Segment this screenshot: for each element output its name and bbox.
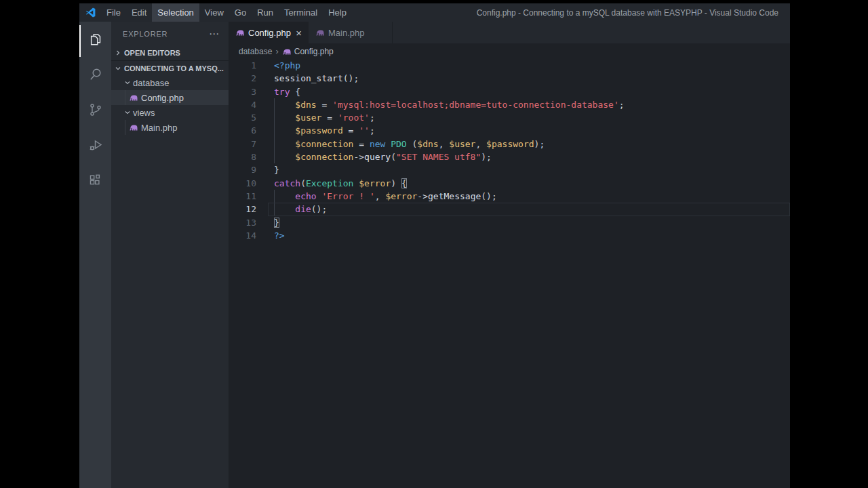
code-line-9[interactable]: 9} bbox=[229, 163, 790, 176]
breadcrumb-file[interactable]: Config.php bbox=[294, 47, 334, 56]
menu-view[interactable]: View bbox=[199, 3, 229, 22]
indent-guide bbox=[125, 90, 125, 105]
breadcrumb-separator: › bbox=[275, 46, 278, 56]
sidebar-title: EXPLORER bbox=[123, 30, 167, 38]
active-view-indicator bbox=[79, 25, 81, 57]
tree-item-database[interactable]: database bbox=[111, 75, 229, 90]
tree-item-config-php[interactable]: Config.php bbox=[111, 90, 229, 105]
line-number: 11 bbox=[229, 190, 268, 203]
section-connecting-to-a-mysq-[interactable]: CONNECTING TO A MYSQ... bbox=[111, 60, 229, 75]
code-editor[interactable]: 1<?php2session_start();3try {4 $dns = 'm… bbox=[229, 59, 790, 488]
tree-item-main-php[interactable]: Main.php bbox=[111, 120, 229, 135]
code-line-3[interactable]: 3try { bbox=[229, 85, 790, 98]
sidebar-header: EXPLORER ⋯ bbox=[111, 22, 229, 45]
code-line-4[interactable]: 4 $dns = 'mysql:host=localhost;dbname=tu… bbox=[229, 98, 790, 111]
line-content: session_start(); bbox=[268, 72, 790, 85]
line-number: 10 bbox=[229, 177, 268, 190]
indent-guide bbox=[274, 124, 275, 137]
php-icon bbox=[315, 28, 325, 37]
menu-run[interactable]: Run bbox=[252, 3, 279, 22]
vscode-logo-icon bbox=[85, 7, 96, 18]
php-icon bbox=[129, 123, 138, 132]
menu-help[interactable]: Help bbox=[323, 3, 352, 22]
menu-go[interactable]: Go bbox=[229, 3, 252, 22]
code-line-8[interactable]: 8 $connection->query("SET NAMES utf8"); bbox=[229, 150, 790, 163]
indent-guide bbox=[274, 150, 275, 163]
code-line-6[interactable]: 6 $password = ''; bbox=[229, 124, 790, 137]
line-number: 9 bbox=[229, 163, 268, 176]
line-content: $user = 'root'; bbox=[268, 111, 790, 124]
vscode-window: FileEditSelectionViewGoRunTerminalHelp C… bbox=[79, 3, 790, 488]
tab-bar: Config.php×Main.php bbox=[229, 22, 790, 43]
breadcrumb: database › Config.php bbox=[229, 43, 790, 59]
line-number: 4 bbox=[229, 98, 268, 111]
search-icon[interactable] bbox=[79, 57, 111, 92]
php-icon bbox=[282, 47, 292, 56]
line-content: $password = ''; bbox=[268, 124, 790, 137]
line-content: die(); bbox=[268, 203, 790, 216]
tab-main-php[interactable]: Main.php bbox=[309, 22, 393, 43]
line-content: ?> bbox=[268, 229, 790, 242]
chevron-down-icon bbox=[124, 109, 131, 116]
indent-guide bbox=[125, 120, 125, 135]
menu-selection[interactable]: Selection bbox=[152, 3, 199, 22]
line-number: 7 bbox=[229, 138, 268, 150]
tree-item-views[interactable]: views bbox=[111, 105, 229, 120]
chevron-down-icon bbox=[115, 65, 121, 72]
line-number: 5 bbox=[229, 111, 268, 124]
line-content: $dns = 'mysql:host=localhost;dbname=tuto… bbox=[268, 98, 790, 111]
code-line-7[interactable]: 7 $connection = new PDO ($dns, $user, $p… bbox=[229, 138, 790, 150]
menu-edit[interactable]: Edit bbox=[126, 3, 152, 22]
line-number: 1 bbox=[229, 59, 268, 72]
line-content: <?php bbox=[268, 59, 790, 72]
indent-guide bbox=[274, 98, 275, 111]
code-line-5[interactable]: 5 $user = 'root'; bbox=[229, 111, 790, 124]
line-number: 6 bbox=[229, 124, 268, 137]
line-number: 14 bbox=[229, 229, 268, 242]
code-line-1[interactable]: 1<?php bbox=[229, 59, 790, 72]
editor-group: Config.php×Main.php database › Config.ph… bbox=[229, 22, 790, 488]
chevron-right-icon bbox=[115, 49, 121, 56]
php-icon bbox=[129, 93, 138, 102]
menu-terminal[interactable]: Terminal bbox=[279, 3, 323, 22]
workbench: EXPLORER ⋯ OPEN EDITORSCONNECTING TO A M… bbox=[79, 22, 790, 488]
indent-guide bbox=[274, 190, 275, 203]
line-content: try { bbox=[268, 85, 790, 98]
line-content: $connection = new PDO ($dns, $user, $pas… bbox=[268, 138, 790, 150]
line-content: catch(Exception $error) { bbox=[268, 177, 790, 190]
line-content: $connection->query("SET NAMES utf8"); bbox=[268, 150, 790, 163]
sidebar-sections: OPEN EDITORSCONNECTING TO A MYSQ...datab… bbox=[111, 45, 229, 135]
section-open-editors[interactable]: OPEN EDITORS bbox=[111, 45, 229, 60]
code-line-14[interactable]: 14?> bbox=[229, 229, 790, 242]
code-line-12[interactable]: 12 die(); bbox=[229, 203, 790, 216]
files-icon[interactable] bbox=[79, 22, 111, 57]
line-number: 12 bbox=[229, 203, 268, 216]
indent-guide bbox=[274, 138, 275, 150]
code-line-13[interactable]: 13} bbox=[229, 216, 790, 229]
close-icon[interactable]: × bbox=[296, 28, 302, 38]
more-actions-icon[interactable]: ⋯ bbox=[209, 28, 220, 40]
code-line-2[interactable]: 2session_start(); bbox=[229, 72, 790, 85]
breadcrumb-folder[interactable]: database bbox=[239, 47, 272, 56]
chevron-down-icon bbox=[124, 79, 131, 86]
line-content: } bbox=[268, 216, 790, 229]
line-content: } bbox=[268, 163, 790, 176]
source-control-icon[interactable] bbox=[79, 92, 111, 127]
menu-file[interactable]: File bbox=[101, 3, 126, 22]
run-debug-icon[interactable] bbox=[79, 127, 111, 163]
php-icon bbox=[235, 28, 245, 37]
window-title: Config.php - Connecting to a mySQL datab… bbox=[477, 3, 778, 22]
code-line-10[interactable]: 10catch(Exception $error) { bbox=[229, 177, 790, 190]
line-number: 3 bbox=[229, 85, 268, 98]
explorer-sidebar: EXPLORER ⋯ OPEN EDITORSCONNECTING TO A M… bbox=[111, 22, 229, 488]
tab-config-php[interactable]: Config.php× bbox=[229, 22, 309, 43]
menu-bar: FileEditSelectionViewGoRunTerminalHelp bbox=[101, 3, 352, 22]
indent-guide bbox=[274, 111, 275, 124]
screen: FileEditSelectionViewGoRunTerminalHelp C… bbox=[0, 0, 868, 488]
line-content: echo 'Error ! ', $error->getMessage(); bbox=[268, 190, 790, 203]
code-line-11[interactable]: 11 echo 'Error ! ', $error->getMessage()… bbox=[229, 190, 790, 203]
line-number: 13 bbox=[229, 216, 268, 229]
extensions-icon[interactable] bbox=[79, 163, 111, 198]
line-number: 2 bbox=[229, 72, 268, 85]
indent-guide bbox=[274, 203, 275, 216]
